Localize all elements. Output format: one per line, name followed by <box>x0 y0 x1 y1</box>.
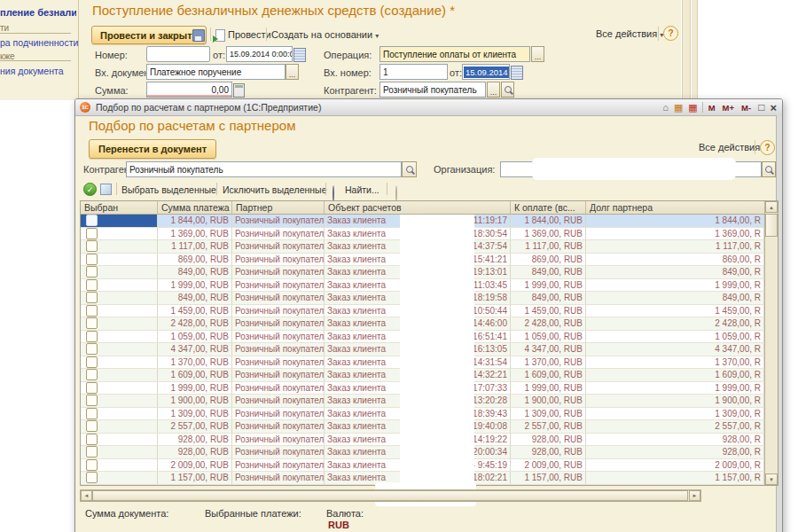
cell-payment-sum[interactable]: 1 117,00, RUB <box>158 240 232 253</box>
calendar-icon[interactable]: ▦ <box>688 103 697 113</box>
cell-payable[interactable]: 849,00, RUB <box>511 292 586 304</box>
calendar-picker-icon[interactable] <box>293 48 306 62</box>
cell-partner-debt[interactable]: 1 157,00, R <box>586 472 764 484</box>
cell-payable[interactable]: 1 609,00, RUB <box>511 369 586 381</box>
cell-partner-debt[interactable]: 849,00, R <box>586 292 764 304</box>
column-header-payment-sum[interactable]: Сумма платежа <box>158 201 232 215</box>
cell-partner[interactable]: Розничный покупатель <box>232 279 325 292</box>
cell-payable[interactable]: 928,00, RUB <box>511 434 586 446</box>
row-select-cell[interactable] <box>81 369 158 381</box>
row-checkbox[interactable] <box>86 382 98 394</box>
check-all-icon[interactable]: ✓ <box>83 183 97 196</box>
row-checkbox[interactable] <box>86 420 98 432</box>
cell-partner-debt[interactable]: 928,00, R <box>586 446 764 458</box>
cell-payment-sum[interactable]: 1 157,00, RUB <box>158 472 232 484</box>
cell-payment-sum[interactable]: 2 428,00, RUB <box>158 317 232 330</box>
help-button[interactable]: ? <box>760 140 775 155</box>
row-select-cell[interactable] <box>81 228 158 240</box>
cell-payable[interactable]: 1 157,00, RUB <box>511 472 586 484</box>
all-actions-button[interactable]: Все действия▾ <box>596 28 663 39</box>
cell-payable[interactable]: 1 369,00, RUB <box>511 228 586 240</box>
cell-payment-sum[interactable]: 1 059,00, RUB <box>158 331 232 343</box>
cell-partner-debt[interactable]: 1 370,00, R <box>586 356 764 369</box>
incoming-doc-field[interactable]: Платежное поручение <box>146 64 286 80</box>
cell-payable[interactable]: 1 059,00, RUB <box>511 331 586 343</box>
choose-button[interactable]: ... <box>531 46 544 62</box>
cell-payable[interactable]: 1 999,00, RUB <box>511 279 586 292</box>
operation-field[interactable]: Поступление оплаты от клиента <box>379 46 530 62</box>
row-checkbox[interactable] <box>86 459 98 471</box>
row-checkbox[interactable] <box>86 434 98 445</box>
row-checkbox[interactable] <box>86 254 98 265</box>
sum-field[interactable]: 0,00 <box>146 82 232 98</box>
cell-partner[interactable]: Розничный покупатель <box>232 369 325 381</box>
row-checkbox[interactable] <box>86 408 98 419</box>
cell-payment-sum[interactable]: 869,00, RUB <box>158 254 232 266</box>
cell-partner[interactable]: Розничный покупатель <box>232 343 325 356</box>
row-select-cell[interactable] <box>81 305 158 317</box>
find-button[interactable]: Найти... <box>345 184 379 195</box>
cell-payment-sum[interactable]: 2 009,00, RUB <box>158 459 232 472</box>
calculator-icon[interactable]: ▦ <box>674 103 683 113</box>
scrollbar-thumb[interactable] <box>92 490 688 501</box>
row-select-cell[interactable] <box>81 356 158 369</box>
create-based-on-button[interactable]: Создать на основании▾ <box>271 29 379 40</box>
cell-partner[interactable]: Розничный покупатель <box>232 305 325 317</box>
cell-payable[interactable]: 1 309,00, RUB <box>511 408 586 420</box>
home-icon[interactable]: ⌂ <box>662 103 669 113</box>
cell-partner-debt[interactable]: 849,00, R <box>586 266 764 278</box>
cell-partner[interactable]: Розничный покупатель <box>232 446 325 458</box>
scroll-right-button[interactable]: ► <box>689 490 700 501</box>
cell-payment-sum[interactable]: 1 999,00, RUB <box>158 382 232 395</box>
exclude-marked-button[interactable]: Исключить выделенные <box>223 184 327 195</box>
cell-payment-sum[interactable]: 1 609,00, RUB <box>158 369 232 381</box>
cell-partner-debt[interactable]: 2 009,00, R <box>586 459 764 472</box>
cell-payment-sum[interactable]: 1 459,00, RUB <box>158 305 232 317</box>
memory-button[interactable]: M <box>708 103 716 113</box>
column-header-payable[interactable]: К оплате (вс... <box>511 201 586 215</box>
row-checkbox[interactable] <box>86 305 98 317</box>
help-button[interactable]: ? <box>663 26 678 41</box>
row-select-cell[interactable] <box>81 446 158 458</box>
row-checkbox[interactable] <box>86 228 98 239</box>
incoming-date-field[interactable]: 15.09.2014 <box>462 64 510 80</box>
scrollbar-thumb[interactable] <box>765 214 778 237</box>
cell-partner-debt[interactable]: 1 609,00, R <box>586 369 764 381</box>
number-field[interactable] <box>146 46 210 62</box>
window-scroll-strip[interactable] <box>692 0 698 100</box>
row-select-cell[interactable] <box>81 331 158 343</box>
cell-payable[interactable]: 1 459,00, RUB <box>511 305 586 317</box>
scroll-left-button[interactable]: ◄ <box>81 490 92 501</box>
cell-payable[interactable]: 2 557,00, RUB <box>511 420 586 433</box>
cell-partner[interactable]: Розничный покупатель <box>232 331 325 343</box>
post-and-close-button[interactable]: Провести и закрыть <box>91 26 207 44</box>
cell-partner-debt[interactable]: 1 459,00, R <box>586 305 764 317</box>
cell-partner[interactable]: Розничный покупатель <box>232 472 325 484</box>
cell-partner-debt[interactable]: 869,00, R <box>586 254 764 266</box>
cell-payment-sum[interactable]: 928,00, RUB <box>158 446 232 458</box>
calendar-picker-icon[interactable] <box>511 66 523 80</box>
vertical-scrollbar[interactable]: ▲ ▼ <box>764 201 778 485</box>
cell-partner-debt[interactable]: 928,00, R <box>586 434 764 446</box>
cell-payment-sum[interactable]: 2 557,00, RUB <box>158 420 232 433</box>
cell-partner[interactable]: Розничный покупатель <box>232 266 325 278</box>
column-header-selected[interactable]: Выбран <box>81 201 158 215</box>
counterparty-field[interactable]: Розничный покупатель <box>379 82 486 98</box>
maximize-button[interactable]: □ <box>758 102 764 113</box>
date-field[interactable]: 15.09.2014 0:00:00 <box>226 46 293 62</box>
row-select-cell[interactable] <box>81 266 158 278</box>
search-button[interactable] <box>501 82 514 98</box>
cell-partner[interactable]: Розничный покупатель <box>232 395 325 407</box>
cell-payment-sum[interactable]: 849,00, RUB <box>158 292 232 304</box>
incoming-number-field[interactable]: 1 <box>379 64 448 80</box>
cell-payable[interactable]: 1 900,00, RUB <box>511 395 586 407</box>
cell-payment-sum[interactable]: 1 900,00, RUB <box>158 395 232 407</box>
cell-partner[interactable]: Розничный покупатель <box>232 240 325 253</box>
row-select-cell[interactable] <box>81 382 158 395</box>
horizontal-scrollbar[interactable]: ◄ ► <box>80 489 701 502</box>
dialog-titlebar[interactable]: 1С Подбор по расчетам с партнером (1С:Пр… <box>75 99 782 116</box>
cell-partner-debt[interactable]: 1 369,00, R <box>586 228 764 240</box>
row-checkbox[interactable] <box>86 331 98 342</box>
close-button[interactable]: × <box>770 102 777 113</box>
row-checkbox[interactable] <box>86 240 98 252</box>
